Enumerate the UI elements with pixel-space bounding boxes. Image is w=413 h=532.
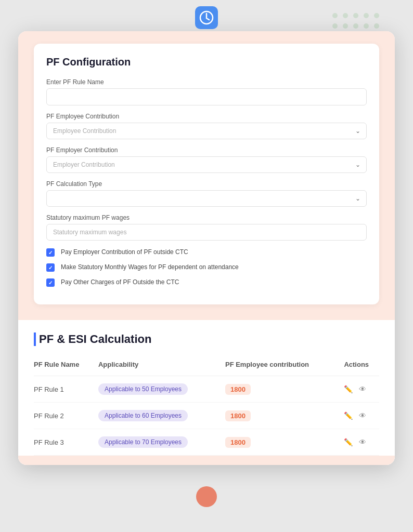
col-header-contribution: PF Employee contribution xyxy=(225,356,344,376)
cell-rule-name: PF Rule 2 xyxy=(34,403,98,429)
cell-contribution: 1800 xyxy=(225,403,344,429)
statutory-wages-group: Statutory maximum PF wages xyxy=(46,214,367,241)
view-icon[interactable]: 👁 xyxy=(359,411,366,420)
table-row: PF Rule 3 Applicable to 70 Employees 180… xyxy=(34,429,379,456)
edit-icon[interactable]: ✏️ xyxy=(344,438,353,446)
pf-config-card: PF Configuration Enter PF Rule Name PF E… xyxy=(34,44,379,304)
employee-contribution-select-wrapper: ⌄ xyxy=(46,123,367,139)
cell-contribution: 1800 xyxy=(225,429,344,456)
svg-point-7 xyxy=(332,23,338,29)
svg-point-8 xyxy=(343,23,348,29)
checkbox-statutory-monthly-label: Make Statutory Monthly Wages for PF depe… xyxy=(61,263,367,272)
employer-contribution-select-wrapper: ⌄ xyxy=(46,156,367,173)
checkbox-employer-outside-ctc[interactable] xyxy=(46,248,55,257)
contribution-badge: 1800 xyxy=(225,437,251,448)
section-title: PF & ESI Calculation xyxy=(34,332,379,346)
cell-actions: ✏️ 👁 xyxy=(344,376,379,403)
rule-name-input[interactable] xyxy=(46,88,367,105)
checkboxes-group: Pay Employer Contribution of PF outside … xyxy=(46,248,367,287)
applicability-badge: Applicable to 70 Employees xyxy=(98,436,188,448)
svg-point-9 xyxy=(353,23,358,29)
bottom-pink-bar xyxy=(18,456,395,465)
employee-contribution-input[interactable] xyxy=(46,123,367,139)
svg-point-6 xyxy=(374,13,379,18)
checkbox-item-1: Pay Employer Contribution of PF outside … xyxy=(46,248,367,257)
checkbox-employer-outside-ctc-label: Pay Employer Contribution of PF outside … xyxy=(61,248,367,257)
table-header-row: PF Rule Name Applicability PF Employee c… xyxy=(34,356,379,376)
main-card: PF Configuration Enter PF Rule Name PF E… xyxy=(18,31,395,465)
checkbox-other-charges[interactable] xyxy=(46,278,55,287)
view-icon[interactable]: 👁 xyxy=(359,438,366,446)
employer-contribution-label: PF Employer Contribution xyxy=(46,147,367,154)
cell-applicability: Applicable to 50 Employees xyxy=(98,376,225,403)
checkbox-item-3: Pay Other Charges of PF Outside the CTC xyxy=(46,278,367,287)
cell-actions: ✏️ 👁 xyxy=(344,403,379,429)
employee-contribution-group: PF Employee Contribution ⌄ xyxy=(46,113,367,139)
col-header-rule-name: PF Rule Name xyxy=(34,356,98,376)
clock-icon xyxy=(195,6,218,29)
cell-applicability: Applicable to 70 Employees xyxy=(98,429,225,456)
employer-contribution-input[interactable] xyxy=(46,156,367,173)
statutory-wages-label: Statutory maximum PF wages xyxy=(46,214,367,221)
checkbox-item-2: Make Statutory Monthly Wages for PF depe… xyxy=(46,263,367,272)
checkbox-statutory-monthly[interactable] xyxy=(46,263,55,272)
applicability-badge: Applicable to 60 Employees xyxy=(98,410,188,421)
table-row: PF Rule 2 Applicable to 60 Employees 180… xyxy=(34,403,379,429)
page-wrapper: PF Configuration Enter PF Rule Name PF E… xyxy=(0,0,413,532)
calculation-type-group: PF Calculation Type ⌄ xyxy=(46,180,367,207)
svg-point-11 xyxy=(374,23,379,29)
contribution-badge: 1800 xyxy=(225,384,251,395)
svg-point-4 xyxy=(353,13,358,18)
cell-applicability: Applicable to 60 Employees xyxy=(98,403,225,429)
contribution-badge: 1800 xyxy=(225,410,251,421)
svg-point-10 xyxy=(364,23,369,29)
rule-name-group: Enter PF Rule Name xyxy=(46,78,367,105)
edit-icon[interactable]: ✏️ xyxy=(344,385,353,393)
calculation-type-label: PF Calculation Type xyxy=(46,180,367,188)
rule-name-label: Enter PF Rule Name xyxy=(46,78,367,86)
view-icon[interactable]: 👁 xyxy=(359,385,366,393)
applicability-badge: Applicable to 50 Employees xyxy=(98,383,188,395)
cell-rule-name: PF Rule 1 xyxy=(34,376,98,403)
pf-config-title: PF Configuration xyxy=(46,56,367,68)
svg-point-2 xyxy=(332,13,338,18)
employee-contribution-label: PF Employee Contribution xyxy=(46,113,367,120)
checkbox-other-charges-label: Pay Other Charges of PF Outside the CTC xyxy=(61,278,367,287)
edit-icon[interactable]: ✏️ xyxy=(344,411,353,420)
cell-contribution: 1800 xyxy=(225,376,344,403)
cell-actions: ✏️ 👁 xyxy=(344,429,379,456)
pf-esi-table: PF Rule Name Applicability PF Employee c… xyxy=(34,356,379,456)
cell-rule-name: PF Rule 3 xyxy=(34,429,98,456)
calculation-type-select-wrapper: ⌄ xyxy=(46,190,367,207)
svg-point-3 xyxy=(343,13,348,18)
employer-contribution-group: PF Employer Contribution ⌄ xyxy=(46,147,367,173)
statutory-wages-input[interactable] xyxy=(46,224,367,241)
svg-point-5 xyxy=(364,13,369,18)
calculation-type-input[interactable] xyxy=(46,190,367,207)
decorative-circle xyxy=(196,486,217,507)
col-header-applicability: Applicability xyxy=(98,356,225,376)
table-section: PF & ESI Calculation PF Rule Name Applic… xyxy=(18,320,395,465)
table-row: PF Rule 1 Applicable to 50 Employees 180… xyxy=(34,376,379,403)
col-header-actions: Actions xyxy=(344,356,379,376)
pf-config-section: PF Configuration Enter PF Rule Name PF E… xyxy=(18,31,395,320)
